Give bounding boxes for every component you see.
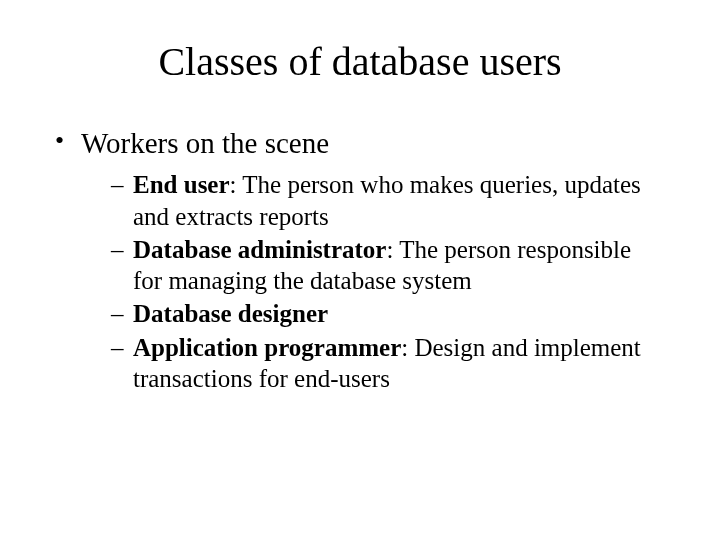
bullet-level2: Database administrator: The person respo… [111, 234, 665, 297]
slide-body: Workers on the scene End user: The perso… [0, 95, 720, 394]
bullet-list-level2: End user: The person who makes queries, … [81, 169, 665, 394]
bullet-level1: Workers on the scene End user: The perso… [55, 125, 665, 394]
slide: Classes of database users Workers on the… [0, 0, 720, 540]
bullet-level2-term: Application programmer [133, 334, 401, 361]
bullet-list-level1: Workers on the scene End user: The perso… [55, 125, 665, 394]
bullet-level2: Database designer [111, 298, 665, 329]
slide-title: Classes of database users [0, 0, 720, 95]
bullet-level2-term: Database designer [133, 300, 328, 327]
bullet-level2: End user: The person who makes queries, … [111, 169, 665, 232]
bullet-level2: Application programmer: Design and imple… [111, 332, 665, 395]
bullet-level2-term: End user [133, 171, 230, 198]
bullet-level2-term: Database administrator [133, 236, 386, 263]
bullet-level1-text: Workers on the scene [81, 127, 329, 159]
